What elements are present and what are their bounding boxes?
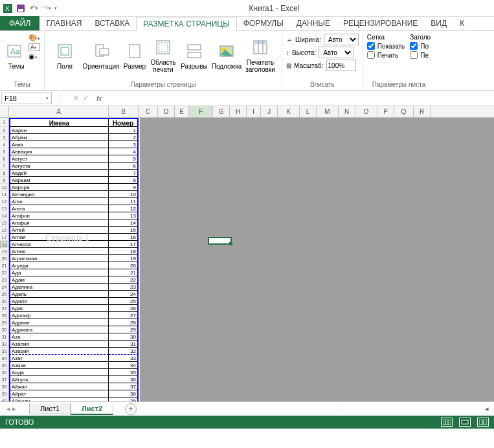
cell-A31[interactable]: Аза <box>9 333 109 341</box>
cell-A30[interactable]: Адриана <box>9 326 109 333</box>
undo-icon[interactable]: ↶▾ <box>28 3 39 14</box>
tab-review[interactable]: РЕЦЕНЗИРОВАНИЕ <box>337 16 424 30</box>
row-header-9[interactable]: 9 <box>0 177 9 184</box>
cell-B2[interactable]: 1 <box>109 127 139 134</box>
breaks-button[interactable]: Разрывы <box>178 32 210 78</box>
formula-input[interactable] <box>105 92 494 105</box>
row-header-16[interactable]: 16 <box>0 227 9 234</box>
cell-A22[interactable]: Ада <box>9 269 109 276</box>
print-area-button[interactable]: Область печати <box>148 32 178 78</box>
cell-A39[interactable]: Айрат <box>9 390 109 398</box>
row-header-31[interactable]: 31 <box>0 333 9 341</box>
enter-icon[interactable]: ✓ <box>83 94 89 102</box>
row-header-24[interactable]: 24 <box>0 284 9 291</box>
row-header-27[interactable]: 27 <box>0 305 9 312</box>
tab-file[interactable]: ФАЙЛ <box>0 16 39 30</box>
cell-A33[interactable]: Азарий <box>9 348 109 355</box>
tab-data[interactable]: ДАННЫЕ <box>290 16 337 30</box>
tab-home[interactable]: ГЛАВНАЯ <box>39 16 88 30</box>
col-header-G[interactable]: G <box>213 106 230 117</box>
cell-A17[interactable]: Аглая <box>9 234 109 241</box>
row-header-40[interactable]: 40 <box>0 398 9 401</box>
cell-B6[interactable]: 5 <box>109 155 139 162</box>
row-header-19[interactable]: 19 <box>0 248 9 255</box>
cell-A12[interactable]: Агап <box>9 198 109 205</box>
row-header-35[interactable]: 35 <box>0 362 9 369</box>
cell-B31[interactable]: 30 <box>109 333 139 341</box>
cell-A15[interactable]: Агафья <box>9 219 109 227</box>
col-header-K[interactable]: K <box>278 106 300 117</box>
row-header-7[interactable]: 7 <box>0 162 9 170</box>
hscroll-left[interactable]: ◂ <box>485 405 489 413</box>
cell-B7[interactable]: 6 <box>109 162 139 170</box>
tab-extra[interactable]: К <box>453 16 471 30</box>
cell-B12[interactable]: 11 <box>109 198 139 205</box>
cell-B33[interactable]: 32 <box>109 348 139 355</box>
cell-B26[interactable]: 25 <box>109 298 139 305</box>
col-header-E[interactable]: E <box>175 106 189 117</box>
save-icon[interactable] <box>16 3 26 14</box>
row-header-36[interactable]: 36 <box>0 369 9 376</box>
row-header-15[interactable]: 15 <box>0 219 9 227</box>
row-header-8[interactable]: 8 <box>0 170 9 177</box>
col-header-L[interactable]: L <box>300 106 317 117</box>
row-header-1[interactable]: 1 <box>0 118 9 127</box>
cell-B27[interactable]: 26 <box>109 305 139 312</box>
cell-B13[interactable]: 12 <box>109 205 139 212</box>
col-header-Q[interactable]: Q <box>394 106 414 117</box>
col-header-F[interactable]: F <box>189 106 213 117</box>
cell-A4[interactable]: Аваз <box>9 141 109 148</box>
cell-A6[interactable]: Август <box>9 155 109 162</box>
head-show-checkbox[interactable] <box>410 42 418 50</box>
row-header-5[interactable]: 5 <box>0 148 9 155</box>
row-header-34[interactable]: 34 <box>0 355 9 362</box>
row-header-30[interactable]: 30 <box>0 326 9 333</box>
row-header-10[interactable]: 10 <box>0 184 9 191</box>
cell-B3[interactable]: 2 <box>109 134 139 141</box>
cell-B21[interactable]: 20 <box>109 262 139 269</box>
cell-A19[interactable]: Агния <box>9 248 109 255</box>
background-button[interactable]: Подложка <box>210 32 243 78</box>
col-header-O[interactable]: O <box>355 106 377 117</box>
row-header-33[interactable]: 33 <box>0 348 9 355</box>
cell-A13[interactable]: Агата <box>9 205 109 212</box>
fx-icon[interactable]: fx <box>94 95 105 102</box>
cell-A27[interactable]: Адис <box>9 305 109 312</box>
row-header-29[interactable]: 29 <box>0 319 9 326</box>
cell-B10[interactable]: 9 <box>109 184 139 191</box>
cell-A9[interactable]: Авраам <box>9 177 109 184</box>
row-header-37[interactable]: 37 <box>0 376 9 383</box>
sheet-tab-2[interactable]: Лист2 <box>71 403 113 415</box>
col-header-A[interactable]: A <box>9 106 109 117</box>
cell-A29[interactable]: Адриан <box>9 319 109 326</box>
fonts-icon[interactable]: A▾ <box>28 43 40 51</box>
orientation-button[interactable]: Ориентация <box>81 32 121 78</box>
row-header-39[interactable]: 39 <box>0 390 9 398</box>
cell-B32[interactable]: 31 <box>109 341 139 348</box>
cell-A1[interactable]: Имена <box>9 118 109 127</box>
select-all-corner[interactable] <box>0 106 9 117</box>
cell-B22[interactable]: 21 <box>109 269 139 276</box>
scale-input[interactable] <box>326 60 356 71</box>
cell-B4[interactable]: 3 <box>109 141 139 148</box>
cell-A10[interactable]: Аврора <box>9 184 109 191</box>
cell-B39[interactable]: 38 <box>109 390 139 398</box>
row-header-20[interactable]: 20 <box>0 255 9 262</box>
row-header-14[interactable]: 14 <box>0 212 9 219</box>
row-header-28[interactable]: 28 <box>0 312 9 319</box>
cell-B36[interactable]: 35 <box>109 369 139 376</box>
col-header-P[interactable]: P <box>377 106 394 117</box>
cell-A14[interactable]: Агафон <box>9 212 109 219</box>
view-page-break-icon[interactable] <box>477 418 489 427</box>
cell-A2[interactable]: Аарон <box>9 127 109 134</box>
cell-B16[interactable]: 15 <box>109 227 139 234</box>
cell-B25[interactable]: 24 <box>109 291 139 298</box>
cell-B30[interactable]: 29 <box>109 326 139 333</box>
row-header-25[interactable]: 25 <box>0 291 9 298</box>
col-header-M[interactable]: M <box>317 106 339 117</box>
row-header-3[interactable]: 3 <box>0 134 9 141</box>
sheet-nav[interactable]: ◂ ▸ <box>6 405 29 413</box>
sheet-tab-1[interactable]: Лист1 <box>29 403 71 414</box>
cell-A16[interactable]: Аггей <box>9 227 109 234</box>
tab-view[interactable]: ВИД <box>424 16 453 30</box>
